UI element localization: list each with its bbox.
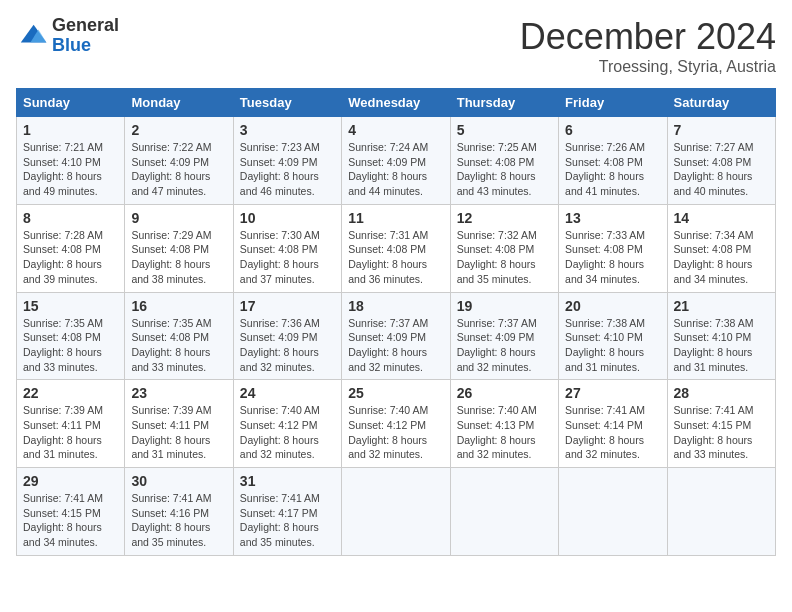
calendar-day-cell: 7 Sunrise: 7:27 AMSunset: 4:08 PMDayligh… <box>667 117 775 205</box>
day-detail: Sunrise: 7:25 AMSunset: 4:08 PMDaylight:… <box>457 141 537 197</box>
calendar-day-cell: 20 Sunrise: 7:38 AMSunset: 4:10 PMDaylig… <box>559 292 667 380</box>
calendar-day-cell: 19 Sunrise: 7:37 AMSunset: 4:09 PMDaylig… <box>450 292 558 380</box>
calendar-day-cell: 2 Sunrise: 7:22 AMSunset: 4:09 PMDayligh… <box>125 117 233 205</box>
day-number: 2 <box>131 122 226 138</box>
day-detail: Sunrise: 7:41 AMSunset: 4:14 PMDaylight:… <box>565 404 645 460</box>
day-number: 20 <box>565 298 660 314</box>
calendar-week-row: 8 Sunrise: 7:28 AMSunset: 4:08 PMDayligh… <box>17 204 776 292</box>
day-number: 18 <box>348 298 443 314</box>
calendar-day-cell: 27 Sunrise: 7:41 AMSunset: 4:14 PMDaylig… <box>559 380 667 468</box>
day-number: 8 <box>23 210 118 226</box>
calendar-week-row: 15 Sunrise: 7:35 AMSunset: 4:08 PMDaylig… <box>17 292 776 380</box>
calendar-table: Sunday Monday Tuesday Wednesday Thursday… <box>16 88 776 556</box>
calendar-day-cell: 23 Sunrise: 7:39 AMSunset: 4:11 PMDaylig… <box>125 380 233 468</box>
day-detail: Sunrise: 7:41 AMSunset: 4:16 PMDaylight:… <box>131 492 211 548</box>
day-detail: Sunrise: 7:28 AMSunset: 4:08 PMDaylight:… <box>23 229 103 285</box>
day-detail: Sunrise: 7:29 AMSunset: 4:08 PMDaylight:… <box>131 229 211 285</box>
day-detail: Sunrise: 7:31 AMSunset: 4:08 PMDaylight:… <box>348 229 428 285</box>
calendar-empty-cell <box>559 468 667 556</box>
day-detail: Sunrise: 7:40 AMSunset: 4:13 PMDaylight:… <box>457 404 537 460</box>
col-wednesday: Wednesday <box>342 89 450 117</box>
calendar-header-row: Sunday Monday Tuesday Wednesday Thursday… <box>17 89 776 117</box>
day-number: 1 <box>23 122 118 138</box>
day-number: 27 <box>565 385 660 401</box>
day-number: 24 <box>240 385 335 401</box>
calendar-empty-cell <box>342 468 450 556</box>
day-detail: Sunrise: 7:32 AMSunset: 4:08 PMDaylight:… <box>457 229 537 285</box>
day-detail: Sunrise: 7:37 AMSunset: 4:09 PMDaylight:… <box>457 317 537 373</box>
logo-icon <box>16 20 48 52</box>
day-number: 30 <box>131 473 226 489</box>
calendar-day-cell: 26 Sunrise: 7:40 AMSunset: 4:13 PMDaylig… <box>450 380 558 468</box>
day-detail: Sunrise: 7:23 AMSunset: 4:09 PMDaylight:… <box>240 141 320 197</box>
calendar-subtitle: Troessing, Styria, Austria <box>520 58 776 76</box>
day-number: 12 <box>457 210 552 226</box>
day-detail: Sunrise: 7:22 AMSunset: 4:09 PMDaylight:… <box>131 141 211 197</box>
calendar-day-cell: 29 Sunrise: 7:41 AMSunset: 4:15 PMDaylig… <box>17 468 125 556</box>
day-detail: Sunrise: 7:41 AMSunset: 4:15 PMDaylight:… <box>674 404 754 460</box>
day-detail: Sunrise: 7:39 AMSunset: 4:11 PMDaylight:… <box>131 404 211 460</box>
calendar-day-cell: 4 Sunrise: 7:24 AMSunset: 4:09 PMDayligh… <box>342 117 450 205</box>
calendar-day-cell: 28 Sunrise: 7:41 AMSunset: 4:15 PMDaylig… <box>667 380 775 468</box>
day-detail: Sunrise: 7:35 AMSunset: 4:08 PMDaylight:… <box>131 317 211 373</box>
day-number: 19 <box>457 298 552 314</box>
day-number: 25 <box>348 385 443 401</box>
calendar-day-cell: 14 Sunrise: 7:34 AMSunset: 4:08 PMDaylig… <box>667 204 775 292</box>
calendar-day-cell: 6 Sunrise: 7:26 AMSunset: 4:08 PMDayligh… <box>559 117 667 205</box>
day-detail: Sunrise: 7:41 AMSunset: 4:15 PMDaylight:… <box>23 492 103 548</box>
calendar-day-cell: 12 Sunrise: 7:32 AMSunset: 4:08 PMDaylig… <box>450 204 558 292</box>
day-number: 26 <box>457 385 552 401</box>
day-number: 10 <box>240 210 335 226</box>
calendar-day-cell: 17 Sunrise: 7:36 AMSunset: 4:09 PMDaylig… <box>233 292 341 380</box>
day-number: 23 <box>131 385 226 401</box>
col-sunday: Sunday <box>17 89 125 117</box>
calendar-day-cell: 24 Sunrise: 7:40 AMSunset: 4:12 PMDaylig… <box>233 380 341 468</box>
day-detail: Sunrise: 7:38 AMSunset: 4:10 PMDaylight:… <box>674 317 754 373</box>
day-detail: Sunrise: 7:37 AMSunset: 4:09 PMDaylight:… <box>348 317 428 373</box>
calendar-day-cell: 16 Sunrise: 7:35 AMSunset: 4:08 PMDaylig… <box>125 292 233 380</box>
day-number: 31 <box>240 473 335 489</box>
day-number: 9 <box>131 210 226 226</box>
logo-text: General Blue <box>52 16 119 56</box>
col-saturday: Saturday <box>667 89 775 117</box>
day-detail: Sunrise: 7:30 AMSunset: 4:08 PMDaylight:… <box>240 229 320 285</box>
day-detail: Sunrise: 7:39 AMSunset: 4:11 PMDaylight:… <box>23 404 103 460</box>
calendar-day-cell: 31 Sunrise: 7:41 AMSunset: 4:17 PMDaylig… <box>233 468 341 556</box>
logo: General Blue <box>16 16 119 56</box>
day-number: 7 <box>674 122 769 138</box>
day-number: 14 <box>674 210 769 226</box>
calendar-day-cell: 3 Sunrise: 7:23 AMSunset: 4:09 PMDayligh… <box>233 117 341 205</box>
day-detail: Sunrise: 7:27 AMSunset: 4:08 PMDaylight:… <box>674 141 754 197</box>
page-header: General Blue December 2024 Troessing, St… <box>16 16 776 76</box>
day-detail: Sunrise: 7:24 AMSunset: 4:09 PMDaylight:… <box>348 141 428 197</box>
calendar-day-cell: 22 Sunrise: 7:39 AMSunset: 4:11 PMDaylig… <box>17 380 125 468</box>
calendar-day-cell: 1 Sunrise: 7:21 AMSunset: 4:10 PMDayligh… <box>17 117 125 205</box>
day-number: 6 <box>565 122 660 138</box>
calendar-empty-cell <box>667 468 775 556</box>
calendar-day-cell: 30 Sunrise: 7:41 AMSunset: 4:16 PMDaylig… <box>125 468 233 556</box>
day-number: 16 <box>131 298 226 314</box>
day-number: 5 <box>457 122 552 138</box>
day-number: 29 <box>23 473 118 489</box>
calendar-day-cell: 15 Sunrise: 7:35 AMSunset: 4:08 PMDaylig… <box>17 292 125 380</box>
day-number: 28 <box>674 385 769 401</box>
day-number: 11 <box>348 210 443 226</box>
day-number: 13 <box>565 210 660 226</box>
day-number: 4 <box>348 122 443 138</box>
calendar-day-cell: 18 Sunrise: 7:37 AMSunset: 4:09 PMDaylig… <box>342 292 450 380</box>
day-detail: Sunrise: 7:41 AMSunset: 4:17 PMDaylight:… <box>240 492 320 548</box>
calendar-empty-cell <box>450 468 558 556</box>
day-number: 21 <box>674 298 769 314</box>
calendar-day-cell: 5 Sunrise: 7:25 AMSunset: 4:08 PMDayligh… <box>450 117 558 205</box>
day-number: 3 <box>240 122 335 138</box>
calendar-day-cell: 13 Sunrise: 7:33 AMSunset: 4:08 PMDaylig… <box>559 204 667 292</box>
calendar-day-cell: 8 Sunrise: 7:28 AMSunset: 4:08 PMDayligh… <box>17 204 125 292</box>
day-detail: Sunrise: 7:33 AMSunset: 4:08 PMDaylight:… <box>565 229 645 285</box>
day-detail: Sunrise: 7:35 AMSunset: 4:08 PMDaylight:… <box>23 317 103 373</box>
day-detail: Sunrise: 7:40 AMSunset: 4:12 PMDaylight:… <box>348 404 428 460</box>
day-detail: Sunrise: 7:40 AMSunset: 4:12 PMDaylight:… <box>240 404 320 460</box>
calendar-day-cell: 9 Sunrise: 7:29 AMSunset: 4:08 PMDayligh… <box>125 204 233 292</box>
calendar-day-cell: 25 Sunrise: 7:40 AMSunset: 4:12 PMDaylig… <box>342 380 450 468</box>
day-detail: Sunrise: 7:26 AMSunset: 4:08 PMDaylight:… <box>565 141 645 197</box>
calendar-title: December 2024 <box>520 16 776 58</box>
